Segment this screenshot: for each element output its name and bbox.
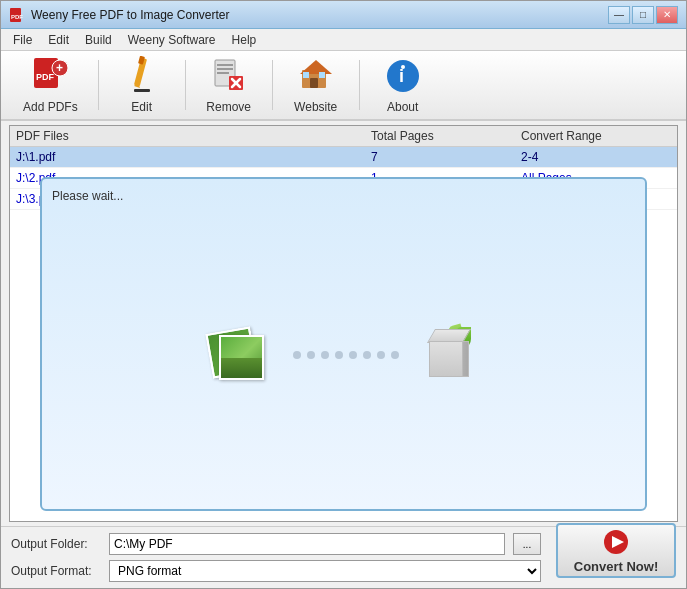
svg-text:PDF: PDF <box>11 14 23 20</box>
progress-dots <box>293 351 399 359</box>
website-button[interactable]: Website <box>281 52 351 118</box>
progress-dot-1 <box>293 351 301 359</box>
svg-rect-20 <box>303 72 309 78</box>
output-folder-row: Output Folder: ... <box>11 533 541 555</box>
svg-rect-21 <box>319 72 325 78</box>
remove-icon <box>211 56 247 96</box>
table-row[interactable]: J:\1.pdf 7 2-4 <box>10 147 677 168</box>
progress-content <box>52 211 635 499</box>
convert-btn-label: Convert Now! <box>574 559 659 574</box>
menu-edit[interactable]: Edit <box>40 31 77 49</box>
add-pdfs-icon: PDF + <box>32 56 68 96</box>
maximize-button[interactable]: □ <box>632 6 654 24</box>
progress-dot-8 <box>391 351 399 359</box>
progress-overlay: Please wait... <box>40 177 647 511</box>
file-path-1: J:\1.pdf <box>16 149 371 165</box>
title-bar-left: PDF Weeny Free PDF to Image Converter <box>9 7 230 23</box>
menu-weeny-software[interactable]: Weeny Software <box>120 31 224 49</box>
title-bar: PDF Weeny Free PDF to Image Converter — … <box>1 1 686 29</box>
output-folder-label: Output Folder: <box>11 537 101 551</box>
svg-rect-8 <box>134 89 150 92</box>
output-folder-input[interactable] <box>109 533 505 555</box>
browse-button[interactable]: ... <box>513 533 541 555</box>
add-pdfs-button[interactable]: PDF + Add PDFs <box>11 52 90 118</box>
file-list-body: J:\1.pdf 7 2-4 J:\2.pdf 1 All Pages J:\3… <box>10 147 677 521</box>
edit-label: Edit <box>131 100 152 114</box>
progress-dot-2 <box>307 351 315 359</box>
photo-front <box>219 335 264 380</box>
window-title: Weeny Free PDF to Image Converter <box>31 8 230 22</box>
svg-rect-12 <box>217 68 233 70</box>
svg-text:i: i <box>399 66 404 86</box>
window-icon: PDF <box>9 7 25 23</box>
svg-text:PDF: PDF <box>36 72 55 82</box>
format-select[interactable]: PNG format JPG format BMP format GIF for… <box>109 560 541 582</box>
header-convert-range: Convert Range <box>521 129 671 143</box>
close-button[interactable]: ✕ <box>656 6 678 24</box>
edit-icon <box>124 56 160 96</box>
file-range-1: 2-4 <box>521 149 671 165</box>
svg-text:+: + <box>56 61 63 75</box>
output-format-label: Output Format: <box>11 564 101 578</box>
add-pdfs-label: Add PDFs <box>23 100 78 114</box>
toolbar-separator-1 <box>98 60 99 110</box>
progress-dot-6 <box>363 351 371 359</box>
remove-button[interactable]: Remove <box>194 52 264 118</box>
header-total-pages: Total Pages <box>371 129 521 143</box>
toolbar-separator-3 <box>272 60 273 110</box>
svg-rect-13 <box>217 72 229 74</box>
toolbar: PDF + Add PDFs Edit <box>1 51 686 121</box>
main-window: PDF Weeny Free PDF to Image Converter — … <box>0 0 687 589</box>
toolbar-separator-4 <box>359 60 360 110</box>
svg-rect-11 <box>217 64 233 66</box>
progress-dot-5 <box>349 351 357 359</box>
minimize-button[interactable]: — <box>608 6 630 24</box>
cube-front <box>429 341 463 377</box>
bottom-section: Output Folder: ... Output Format: PNG fo… <box>1 526 686 588</box>
progress-title: Please wait... <box>52 189 635 203</box>
edit-button[interactable]: Edit <box>107 52 177 118</box>
menu-help[interactable]: Help <box>224 31 265 49</box>
website-label: Website <box>294 100 337 114</box>
website-icon <box>298 56 334 96</box>
convert-icon <box>600 528 632 556</box>
file-list-container: PDF Files Total Pages Convert Range J:\1… <box>9 125 678 522</box>
file-pages-1: 7 <box>371 149 521 165</box>
progress-dot-4 <box>335 351 343 359</box>
menu-build[interactable]: Build <box>77 31 120 49</box>
about-button[interactable]: i About <box>368 52 438 118</box>
file-list-header: PDF Files Total Pages Convert Range <box>10 126 677 147</box>
title-controls: — □ ✕ <box>608 6 678 24</box>
header-pdf-files: PDF Files <box>16 129 371 143</box>
svg-marker-18 <box>300 60 332 74</box>
about-label: About <box>387 100 418 114</box>
output-image-icon <box>419 325 479 385</box>
svg-point-24 <box>401 65 405 69</box>
menu-file[interactable]: File <box>5 31 40 49</box>
svg-rect-19 <box>310 78 318 88</box>
progress-dot-3 <box>321 351 329 359</box>
progress-dot-7 <box>377 351 385 359</box>
about-icon: i <box>385 56 421 96</box>
output-format-row: Output Format: PNG format JPG format BMP… <box>11 560 541 582</box>
remove-label: Remove <box>206 100 251 114</box>
toolbar-separator-2 <box>185 60 186 110</box>
source-image-icon <box>209 325 273 385</box>
menu-bar: File Edit Build Weeny Software Help <box>1 29 686 51</box>
convert-now-button[interactable]: Convert Now! <box>556 523 676 578</box>
